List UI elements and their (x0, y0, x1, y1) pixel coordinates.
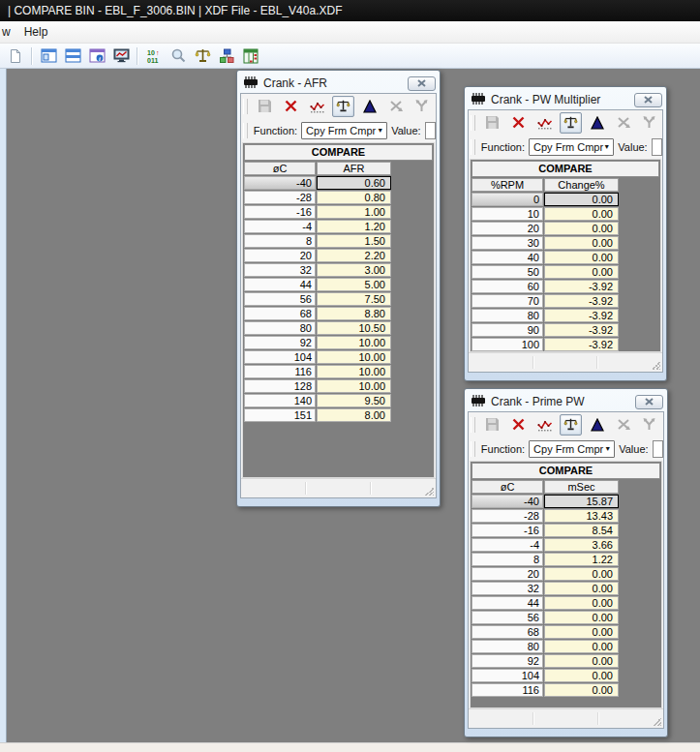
table-row[interactable]: 320.00 (472, 582, 660, 596)
table-row[interactable]: 60-3.92 (472, 280, 659, 294)
row-header-cell[interactable]: 92 (244, 336, 316, 349)
value-cell[interactable]: 10.00 (317, 379, 391, 393)
cascade-windows-icon[interactable] (40, 47, 57, 65)
value-cell[interactable]: 3.00 (317, 263, 391, 277)
function-dropdown[interactable]: Cpy Frm Cmpr ▼ (529, 440, 615, 458)
row-header-cell[interactable]: 80 (472, 309, 543, 322)
compare-scales-icon[interactable] (332, 96, 354, 117)
value-cell[interactable]: 1.22 (544, 553, 619, 566)
window-title-bar[interactable]: Crank - AFR (240, 74, 437, 93)
row-header-cell[interactable]: 20 (244, 249, 316, 262)
delta-icon[interactable] (586, 112, 608, 134)
value-cell[interactable]: 10.00 (317, 336, 391, 349)
graph-icon[interactable] (533, 112, 556, 134)
value-cell[interactable]: 10.50 (317, 321, 391, 335)
table-row[interactable]: 00.00 (472, 193, 659, 207)
row-header-cell[interactable]: 60 (472, 280, 543, 293)
table-row[interactable]: 688.80 (244, 307, 433, 321)
row-header-cell[interactable]: 56 (472, 611, 543, 624)
row-header-cell[interactable]: 70 (472, 294, 543, 308)
value-cell[interactable]: 8.54 (544, 524, 619, 537)
value-cell[interactable]: 0.00 (544, 625, 619, 639)
value-input[interactable] (653, 440, 663, 458)
value-cell[interactable]: 10.00 (317, 365, 391, 378)
table-row[interactable]: -2813.43 (472, 509, 660, 524)
resize-grip[interactable] (424, 486, 434, 496)
row-header-cell[interactable]: 0 (472, 193, 543, 206)
value-cell[interactable]: 8.00 (317, 408, 391, 422)
table-row[interactable]: 10410.00 (244, 350, 433, 365)
column-header[interactable]: øC (472, 480, 543, 494)
value-cell[interactable]: 1.20 (317, 220, 391, 233)
value-cell[interactable]: 0.00 (544, 683, 619, 697)
delta-icon[interactable] (586, 414, 608, 436)
table-row[interactable]: 400.00 (472, 251, 659, 265)
table-row[interactable]: -280.80 (244, 191, 433, 205)
value-cell[interactable]: -3.92 (544, 294, 619, 308)
row-header-cell[interactable]: -40 (244, 176, 316, 190)
table-row[interactable]: 1160.00 (472, 683, 660, 698)
row-header-cell[interactable]: -4 (472, 538, 543, 552)
value-cell[interactable]: 13.43 (544, 509, 619, 523)
window-title-bar[interactable]: Crank - Prime PW (468, 392, 664, 411)
row-header-cell[interactable]: 30 (472, 236, 543, 250)
row-header-cell[interactable]: 32 (244, 263, 316, 277)
table-row[interactable]: 1409.50 (244, 394, 433, 408)
table-row[interactable]: 81.50 (244, 234, 433, 249)
table-row[interactable]: 300.00 (472, 236, 659, 251)
value-cell[interactable]: 2.20 (317, 249, 391, 262)
column-header[interactable]: Change% (544, 178, 619, 192)
value-cell[interactable]: 1.00 (317, 205, 391, 219)
table-row[interactable]: 1040.00 (472, 669, 660, 683)
close-button[interactable] (408, 76, 436, 91)
row-header-cell[interactable]: 8 (244, 234, 316, 248)
delete-icon[interactable] (507, 414, 530, 436)
graph-icon[interactable] (306, 96, 328, 117)
window-title-bar[interactable]: Crank - PW Multiplier (468, 90, 663, 109)
row-header-cell[interactable]: 80 (472, 640, 543, 653)
row-header-cell[interactable]: 10 (472, 207, 543, 221)
value-cell[interactable]: 5.00 (317, 278, 391, 291)
row-header-cell[interactable]: 104 (244, 350, 316, 364)
value-cell[interactable]: 3.66 (544, 538, 619, 552)
row-header-cell[interactable]: 8 (472, 553, 543, 566)
search-icon[interactable] (169, 47, 187, 65)
column-header[interactable]: AFR (317, 162, 391, 175)
table-row[interactable]: 100.00 (472, 207, 659, 222)
row-header-cell[interactable]: 151 (244, 408, 316, 422)
value-cell[interactable]: -3.92 (544, 323, 619, 337)
row-header-cell[interactable]: 116 (472, 683, 543, 697)
table-row[interactable]: 560.00 (472, 611, 660, 625)
table-row[interactable]: 920.00 (472, 654, 660, 669)
table-row[interactable]: 9210.00 (244, 336, 433, 350)
table-row[interactable]: 1518.00 (244, 408, 433, 423)
binary-view-icon[interactable]: 10↑011 (145, 47, 163, 65)
value-cell[interactable]: -3.92 (544, 309, 619, 322)
table-row[interactable]: 70-3.92 (472, 294, 659, 309)
value-cell[interactable]: 0.00 (544, 251, 619, 264)
table-row[interactable]: 567.50 (244, 292, 433, 307)
table-row[interactable]: -400.60 (244, 176, 433, 191)
value-cell[interactable]: 0.00 (544, 207, 619, 221)
table-row[interactable]: 445.00 (244, 278, 433, 292)
close-button[interactable] (634, 93, 662, 107)
row-header-cell[interactable]: 128 (244, 379, 316, 393)
value-cell[interactable]: 1.50 (317, 234, 391, 248)
table-row[interactable]: 12810.00 (244, 379, 433, 394)
row-header-cell[interactable]: 40 (472, 251, 543, 264)
table-row[interactable]: 440.00 (472, 596, 660, 611)
delete-icon[interactable] (507, 112, 530, 134)
value-cell[interactable]: 0.00 (544, 596, 619, 610)
value-cell[interactable]: 0.00 (544, 654, 619, 668)
resize-grip[interactable] (652, 716, 661, 726)
row-header-cell[interactable]: -28 (244, 191, 316, 204)
table-row[interactable]: -43.66 (472, 538, 660, 553)
value-cell[interactable]: 0.00 (544, 193, 619, 206)
row-header-cell[interactable]: -16 (472, 524, 543, 537)
row-header-cell[interactable]: -40 (472, 495, 543, 508)
value-cell[interactable]: 0.00 (544, 265, 619, 279)
value-cell[interactable]: -3.92 (544, 280, 619, 293)
tile-windows-icon[interactable] (64, 47, 81, 65)
value-cell[interactable]: 0.00 (544, 236, 619, 250)
value-cell[interactable]: 0.00 (544, 669, 619, 682)
